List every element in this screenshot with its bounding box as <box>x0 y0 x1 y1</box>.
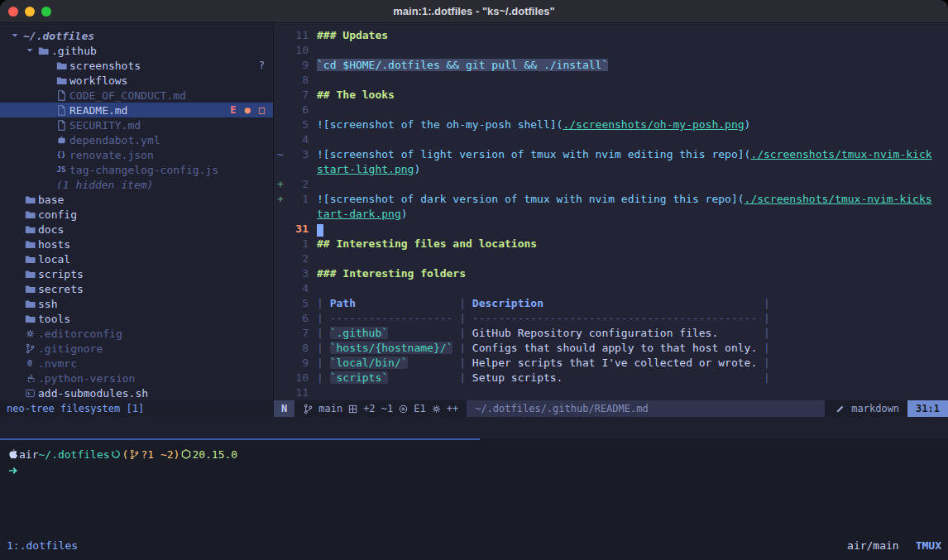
editor-line-text: `cd $HOME/.dotfiles && git pull && ./ins… <box>317 58 608 73</box>
tree-item-secrets[interactable]: secrets <box>0 281 273 296</box>
cursor <box>317 224 323 237</box>
statusline-item: E1 <box>414 403 425 414</box>
editor-line-text: | `local/bin/` | Helper scripts that I'v… <box>317 356 770 371</box>
tree-item-code_of_conduct.md[interactable]: CODE_OF_CONDUCT.md <box>0 88 273 103</box>
pencil-icon <box>833 404 846 414</box>
link-url: ./screenshots/tmux-nvim-kick <box>750 148 931 160</box>
pane-separator <box>0 438 480 440</box>
tree-item-.nvmrc[interactable]: @.nvmrc <box>0 356 273 371</box>
tree-item-label: tag-changelog-config.js <box>69 164 218 176</box>
close-button[interactable] <box>8 7 18 17</box>
line-number <box>287 162 309 177</box>
terminal-window: main:1:.dotfiles - "ks~/.dotfiles" ~/.do… <box>0 0 948 560</box>
gutter-sign: + <box>274 192 287 207</box>
tmux-window-name[interactable]: 1:.dotfiles <box>7 539 78 552</box>
editor-line-text: | Path | Description | <box>317 296 770 311</box>
gear-icon <box>23 329 36 338</box>
text-segment <box>757 342 764 354</box>
text-segment <box>718 327 764 339</box>
text-segment: | <box>317 342 330 354</box>
editor-line: 5| Path | Description | <box>274 296 948 311</box>
line-number: 3 <box>287 266 309 281</box>
tree-item-renovate.json[interactable]: {}renovate.json <box>0 147 273 162</box>
tree-item-.editorconfig[interactable]: .editorconfig <box>0 326 273 341</box>
editor-line-text: ![screenshot of the oh-my-posh shell](./… <box>317 117 750 132</box>
editor-line: 8| `hosts/{hostname}/` | Configs that sh… <box>274 341 948 356</box>
git-status-badge: □ <box>259 104 265 116</box>
tree-item-1-hidden-item[interactable]: (1 hidden item) <box>0 177 273 192</box>
git-branch-icon <box>303 404 314 414</box>
tree-item-dependabot.yml[interactable]: dependabot.yml <box>0 132 273 147</box>
text-segment: Setup scripts. <box>472 371 563 384</box>
titlebar: main:1:.dotfiles - "ks~/.dotfiles" <box>0 0 948 23</box>
terminal-pane[interactable]: air ~/.dotfiles ( ?1 ~2) 20.15.0 1:.dotf… <box>0 438 948 560</box>
neotree-panel[interactable]: ~/.dotfiles.githubscreenshots?workflowsC… <box>0 23 274 400</box>
link-url: tart-dark.png <box>317 208 401 220</box>
tree-item-ssh[interactable]: ssh <box>0 296 273 311</box>
editor-line-text: start-light.png) <box>317 162 420 177</box>
editor-line-text: | `hosts/{hostname}/` | Configs that sho… <box>317 341 770 356</box>
editor-line: 6 <box>274 103 948 117</box>
gutter-sign <box>274 88 287 103</box>
editor-line: ~3![screenshot of light version of tmux … <box>274 147 948 162</box>
tree-item-.github[interactable]: .github <box>0 43 273 58</box>
line-number <box>287 207 309 222</box>
tree-item-scripts[interactable]: scripts <box>0 266 273 281</box>
tree-item-docs[interactable]: docs <box>0 222 273 237</box>
statusline: neo-tree filesystem [1] N main+2 ~1E1++ … <box>0 400 948 417</box>
editor-line: 31 <box>274 222 948 237</box>
tree-item-local[interactable]: local <box>0 251 273 266</box>
tree-item-config[interactable]: config <box>0 207 273 222</box>
tree-item-tag-changelog-config.js[interactable]: JStag-changelog-config.js <box>0 162 273 177</box>
prompt-segment: ?1 ~2) <box>141 448 180 461</box>
tree-item-base[interactable]: base <box>0 192 273 207</box>
text-segment: | <box>317 357 330 369</box>
tree-item-label: screenshots <box>69 60 141 72</box>
tree-item-security.md[interactable]: SECURITY.md <box>0 117 273 132</box>
gutter-sign: + <box>274 177 287 192</box>
inline-code: `hosts/{hostname}/` <box>330 342 453 354</box>
text-segment: | <box>764 342 770 354</box>
tree-item-readme.md[interactable]: README.mdE●□ <box>0 103 273 117</box>
tree-item-workflows[interactable]: workflows <box>0 73 273 88</box>
mode-indicator: N <box>274 400 294 417</box>
markdown-heading: ### Updates <box>317 29 388 41</box>
tree-item-label: add-submodules.sh <box>38 387 148 400</box>
tree-item-label: base <box>38 194 64 206</box>
line-number: 5 <box>287 296 309 311</box>
text-segment: | <box>459 297 472 309</box>
text-segment: GitHub Repository configuration files. <box>472 327 718 339</box>
text-segment: | <box>764 357 770 369</box>
markdown-link: ) <box>745 118 751 131</box>
editor-pane[interactable]: 11### Updates 10 9`cd $HOME/.dotfiles &&… <box>274 23 948 400</box>
editor-line: 4 <box>274 281 948 296</box>
tree-item-add-submodules.sh[interactable]: add-submodules.sh <box>0 385 273 400</box>
filetype-segment: markdown <box>825 400 907 417</box>
json-icon: {} <box>55 151 68 159</box>
dependabot-icon <box>55 136 68 145</box>
text-segment: Path <box>330 297 356 309</box>
gutter-sign <box>274 103 287 117</box>
tree-item-.gitignore[interactable]: .gitignore <box>0 341 273 356</box>
tree-item-~-.dotfiles[interactable]: ~/.dotfiles <box>0 28 273 43</box>
gutter-sign <box>274 132 287 147</box>
tree-item-tools[interactable]: tools <box>0 311 273 326</box>
tree-item-screenshots[interactable]: screenshots? <box>0 58 273 73</box>
minimize-button[interactable] <box>25 7 35 17</box>
folder-icon <box>23 255 36 264</box>
tree-item-.python-version[interactable]: .python-version <box>0 371 273 385</box>
zoom-button[interactable] <box>41 7 51 17</box>
text-segment <box>388 327 459 339</box>
node-icon <box>180 449 192 459</box>
text-segment: | <box>764 327 770 339</box>
tree-item-hosts[interactable]: hosts <box>0 237 273 251</box>
folder-icon <box>36 46 50 55</box>
line-number: 11 <box>287 385 309 400</box>
editor-line-text: | `.github` | GitHub Repository configur… <box>317 326 770 341</box>
gutter-sign <box>274 162 287 177</box>
tree-item-label: hosts <box>38 238 70 251</box>
tree-item-label: (1 hidden item) <box>56 179 153 191</box>
editor-line: tart-dark.png) <box>274 207 948 222</box>
gear-icon <box>431 404 442 414</box>
markdown-heading: ## The looks <box>317 89 395 101</box>
